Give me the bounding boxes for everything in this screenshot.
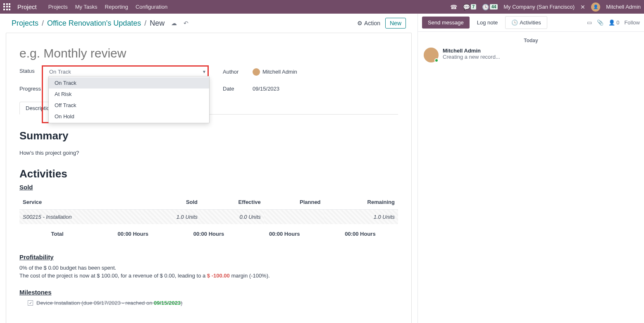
profitability-heading: Profitability — [19, 254, 398, 261]
messages-badge: 7 — [471, 4, 477, 10]
action-bar: Projects / Office Renovation's Updates /… — [6, 14, 412, 33]
status-option-at-risk[interactable]: At Risk — [49, 89, 209, 100]
follow-button[interactable]: Follow — [624, 19, 640, 26]
gear-icon: ⚙ — [357, 20, 363, 26]
user-avatar-icon[interactable]: 👤 — [591, 2, 600, 12]
nav-configuration[interactable]: Configuration — [136, 4, 167, 10]
open-icon[interactable]: ▭ — [587, 19, 592, 26]
date-value: 09/15/2023 — [253, 86, 279, 92]
new-button[interactable]: New — [385, 18, 406, 29]
cell-service: S00215 - Installation — [19, 210, 141, 225]
presence-dot-icon — [434, 58, 439, 62]
message-author: Mitchell Admin — [443, 48, 500, 54]
totals-row: Total 00:00 Hours 00:00 Hours 00:00 Hour… — [19, 231, 398, 237]
apps-icon[interactable] — [3, 3, 11, 11]
sold-heading: Sold — [19, 184, 398, 191]
user-name[interactable]: Mitchell Admin — [606, 4, 641, 10]
attachment-icon[interactable]: 📎 — [597, 19, 603, 26]
breadcrumb-current: New — [150, 19, 165, 28]
status-option-on-hold[interactable]: On Hold — [49, 111, 209, 122]
milestone-item: ✓ Device Installation (due 09/17/2023 - … — [19, 300, 398, 306]
author-label: Author — [223, 69, 248, 75]
chevron-down-icon: ▼ — [202, 69, 206, 74]
total-planned: 00:00 Hours — [247, 231, 322, 237]
cell-remaining: 1.0 Units — [324, 210, 398, 225]
total-effective: 00:00 Hours — [171, 231, 246, 237]
milestone-text: Device Installation (due 09/17/2023 - re… — [36, 300, 182, 306]
breadcrumb: Projects / Office Renovation's Updates /… — [12, 19, 188, 28]
debug-icon[interactable]: ✕ — [580, 4, 585, 10]
cell-effective: 0.0 Units — [201, 210, 264, 225]
milestones-heading: Milestones — [19, 289, 398, 296]
th-effective: Effective — [201, 195, 264, 210]
margin-value: $ -100.00 — [207, 273, 230, 279]
message-text: Creating a new record... — [443, 54, 500, 60]
date-separator: Today — [424, 38, 638, 43]
activities-button[interactable]: 🕓Activities — [505, 16, 547, 29]
activities-heading: Activities — [19, 167, 398, 180]
status-value: On Track — [49, 69, 71, 75]
profit-line-2: The cost of the project is now at $ 100.… — [19, 273, 398, 279]
th-service: Service — [19, 195, 141, 210]
profit-line-1: 0% of the $ 0.00 budget has been spent. — [19, 265, 398, 271]
action-menu[interactable]: ⚙Action — [357, 20, 380, 26]
breadcrumb-sep: / — [144, 19, 146, 28]
author-avatar-icon — [253, 68, 260, 76]
summary-heading: Summary — [19, 129, 398, 142]
total-label: Total — [19, 231, 95, 237]
total-sold: 00:00 Hours — [95, 231, 171, 237]
author-value: Mitchell Admin — [262, 69, 297, 75]
progress-label: Progress — [19, 86, 44, 92]
send-message-button[interactable]: Send message — [422, 17, 470, 29]
chatter-panel: Send message Log note 🕓Activities ▭ 📎 👤0… — [417, 14, 644, 323]
nav-projects[interactable]: Projects — [48, 4, 68, 10]
company-selector[interactable]: My Company (San Francisco) — [503, 4, 575, 10]
cell-planned — [264, 210, 324, 225]
cell-sold: 1.0 Units — [141, 210, 201, 225]
status-label: Status — [19, 68, 44, 74]
nav-reporting[interactable]: Reporting — [105, 4, 128, 10]
support-icon[interactable]: ☎ — [450, 4, 457, 10]
milestone-checkbox[interactable]: ✓ — [28, 300, 33, 306]
total-remaining: 00:00 Hours — [322, 231, 398, 237]
table-row: S00215 - Installation 1.0 Units 0.0 Unit… — [19, 210, 398, 225]
nav-my-tasks[interactable]: My Tasks — [75, 4, 98, 10]
cloud-icon[interactable]: ☁ — [171, 20, 177, 26]
activities-badge: 44 — [490, 4, 498, 10]
followers-count[interactable]: 👤0 — [608, 19, 619, 26]
summary-question: How's this project going? — [19, 150, 398, 156]
status-option-on-track[interactable]: On Track — [49, 77, 209, 89]
breadcrumb-updates[interactable]: Office Renovation's Updates — [47, 19, 141, 28]
brand-title: Project — [17, 3, 37, 10]
title-input[interactable] — [19, 46, 398, 60]
th-remaining: Remaining — [324, 195, 398, 210]
status-select[interactable]: On Track ▼ — [49, 68, 206, 76]
top-navbar: Project Projects My Tasks Reporting Conf… — [0, 0, 644, 14]
status-option-off-track[interactable]: Off Track — [49, 100, 209, 111]
breadcrumb-projects[interactable]: Projects — [12, 19, 38, 28]
th-planned: Planned — [264, 195, 324, 210]
form-sheet: Status On Track ▼ On Track At Risk Off T… — [6, 33, 412, 323]
status-dropdown-list: On Track At Risk Off Track On Hold — [48, 76, 210, 123]
breadcrumb-sep: / — [42, 19, 44, 28]
chatter-message: Mitchell Admin Creating a new record... — [424, 48, 638, 62]
messages-icon[interactable]: 💬7 — [463, 4, 477, 10]
undo-icon[interactable]: ↶ — [184, 20, 188, 26]
date-label: Date — [223, 86, 248, 92]
log-note-button[interactable]: Log note — [471, 17, 504, 29]
th-sold: Sold — [141, 195, 201, 210]
message-avatar-icon — [424, 48, 439, 62]
clock-icon: 🕓 — [511, 19, 518, 26]
sold-table: Service Sold Effective Planned Remaining… — [19, 195, 398, 224]
activities-icon[interactable]: 🕓44 — [482, 4, 498, 10]
